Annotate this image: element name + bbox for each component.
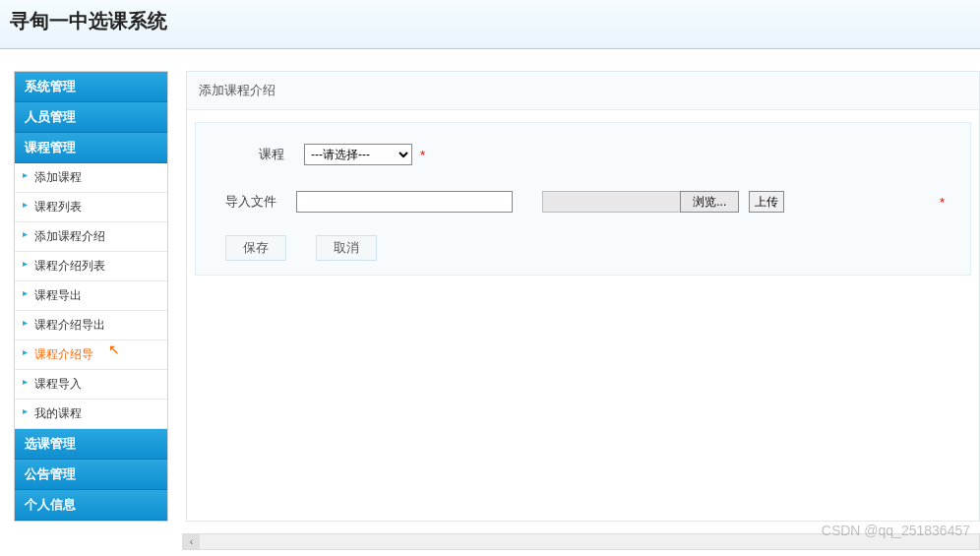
sidebar-item-my-course[interactable]: 我的课程	[15, 400, 167, 429]
cursor-hand-icon: ↖	[108, 341, 120, 357]
sidebar: 系统管理 人员管理 课程管理 添加课程 课程列表 添加课程介绍 课程介绍列表 课…	[14, 71, 168, 522]
file-native-field[interactable]	[542, 191, 680, 213]
course-label: 课程	[215, 146, 304, 163]
form-row-import: 导入文件 浏览... 上传 *	[215, 188, 950, 216]
panel-title: 添加课程介绍	[187, 72, 979, 110]
menu-section-system[interactable]: 系统管理	[15, 72, 167, 102]
required-star-icon: *	[940, 195, 945, 210]
sidebar-item-course-import[interactable]: 课程导入	[15, 370, 167, 400]
form-area: 课程 ---请选择--- * 导入文件 浏览... 上传 *	[195, 122, 971, 276]
menu-section-selection[interactable]: 选课管理	[15, 429, 167, 460]
save-button[interactable]: 保存	[225, 235, 286, 261]
sidebar-item-label: 课程介绍导	[34, 347, 93, 361]
menu-section-course[interactable]: 课程管理	[15, 133, 167, 163]
sidebar-item-course-intro-import[interactable]: 课程介绍导 ↖	[15, 340, 167, 370]
required-star-icon: *	[420, 148, 425, 162]
app-title: 寻甸一中选课系统	[10, 8, 980, 34]
sidebar-item-add-course-intro[interactable]: 添加课程介绍	[15, 222, 167, 252]
form-row-course: 课程 ---请选择--- *	[215, 141, 950, 168]
menu-section-announcement[interactable]: 公告管理	[15, 460, 167, 490]
import-label: 导入文件	[215, 193, 296, 211]
scroll-left-icon[interactable]: ‹	[183, 534, 200, 549]
file-path-input[interactable]	[296, 191, 513, 213]
sidebar-item-course-list[interactable]: 课程列表	[15, 193, 167, 222]
upload-button[interactable]: 上传	[749, 191, 784, 213]
sidebar-item-course-intro-export[interactable]: 课程介绍导出	[15, 311, 167, 340]
sidebar-item-course-export[interactable]: 课程导出	[15, 281, 167, 311]
horizontal-scrollbar[interactable]: ‹	[182, 533, 980, 550]
app-header: 寻甸一中选课系统	[0, 0, 980, 49]
browse-button[interactable]: 浏览...	[680, 191, 739, 213]
sidebar-item-add-course[interactable]: 添加课程	[15, 163, 167, 193]
content-panel: 添加课程介绍 课程 ---请选择--- * 导入文件 浏览...	[186, 71, 980, 522]
course-select[interactable]: ---请选择---	[304, 144, 412, 165]
cancel-button[interactable]: 取消	[316, 235, 377, 261]
action-row: 保存 取消	[225, 235, 950, 261]
menu-section-personal[interactable]: 个人信息	[15, 490, 167, 521]
main-layout: 系统管理 人员管理 课程管理 添加课程 课程列表 添加课程介绍 课程介绍列表 课…	[0, 71, 980, 522]
menu-items-course: 添加课程 课程列表 添加课程介绍 课程介绍列表 课程导出 课程介绍导出 课程介绍…	[15, 163, 167, 429]
menu-section-personnel[interactable]: 人员管理	[15, 102, 167, 133]
file-picker: 浏览...	[542, 191, 739, 213]
sidebar-item-course-intro-list[interactable]: 课程介绍列表	[15, 252, 167, 281]
